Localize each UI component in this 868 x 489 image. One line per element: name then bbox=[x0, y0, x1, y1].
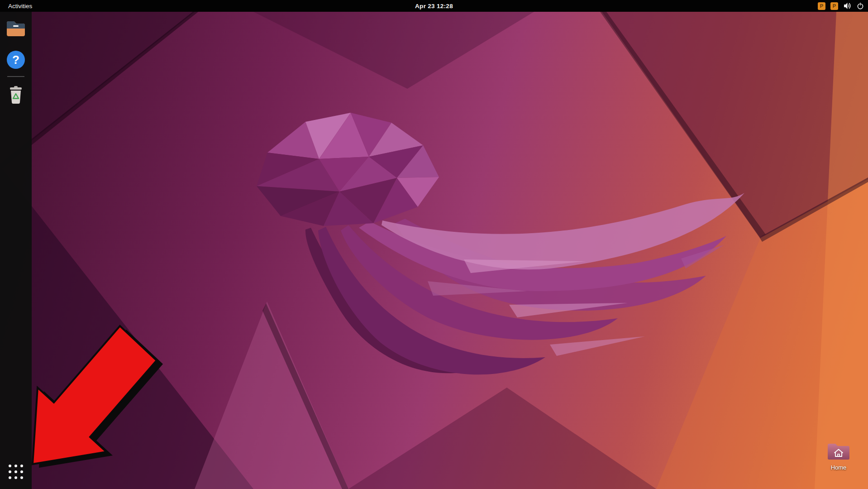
top-bar: Activities Apr 23 12:28 P P bbox=[0, 0, 868, 12]
system-tray: P P bbox=[818, 0, 864, 12]
clock-menu[interactable]: Apr 23 12:28 bbox=[415, 0, 453, 12]
dock-item-help[interactable]: ? bbox=[5, 49, 26, 70]
wallpaper-jellyfish bbox=[0, 12, 868, 489]
desktop-area: ? bbox=[0, 12, 868, 489]
home-folder-icon bbox=[826, 441, 851, 463]
dock-item-trash[interactable] bbox=[5, 86, 26, 106]
show-applications-button[interactable] bbox=[6, 463, 26, 481]
power-icon[interactable] bbox=[856, 2, 864, 10]
files-folder-icon bbox=[6, 20, 26, 39]
activities-button[interactable]: Activities bbox=[5, 0, 36, 12]
volume-icon[interactable] bbox=[843, 2, 851, 10]
indicator-p-1-icon[interactable]: P bbox=[818, 2, 825, 10]
home-folder-label: Home bbox=[831, 464, 847, 471]
dock: ? bbox=[0, 12, 32, 489]
indicator-p-2-icon[interactable]: P bbox=[830, 2, 838, 10]
ubuntu-desktop-screen: Activities Apr 23 12:28 P P bbox=[0, 0, 868, 489]
dock-item-files[interactable] bbox=[5, 19, 26, 40]
help-question-icon: ? bbox=[7, 51, 25, 69]
home-folder-desktop-icon[interactable]: Home bbox=[820, 441, 857, 471]
dock-separator bbox=[7, 76, 24, 77]
trash-icon bbox=[7, 85, 25, 107]
